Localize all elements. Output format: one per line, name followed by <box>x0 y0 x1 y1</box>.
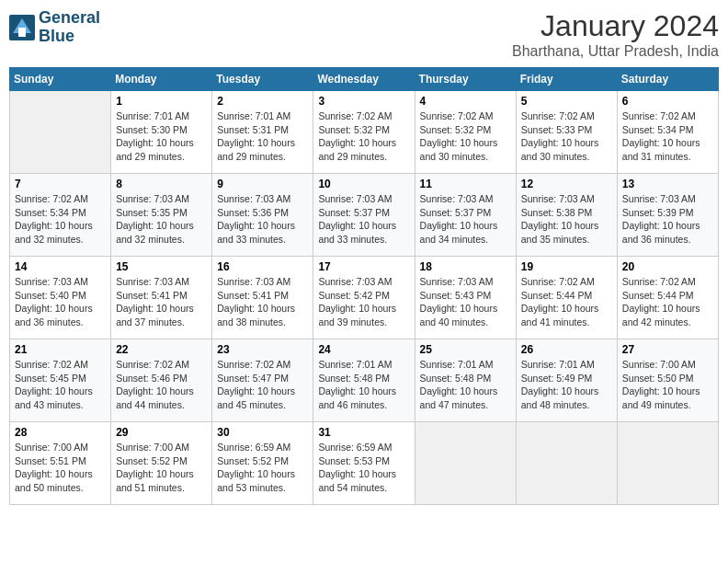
day-number: 28 <box>15 426 106 439</box>
day-info: Sunrise: 7:03 AM Sunset: 5:38 PM Dayligh… <box>521 192 612 247</box>
header-saturday: Saturday <box>617 68 718 91</box>
day-info: Sunrise: 7:03 AM Sunset: 5:42 PM Dayligh… <box>318 275 409 329</box>
day-info: Sunrise: 7:00 AM Sunset: 5:51 PM Dayligh… <box>15 441 106 495</box>
day-info: Sunrise: 7:01 AM Sunset: 5:30 PM Dayligh… <box>116 109 207 164</box>
logo-line2: Blue <box>39 27 74 45</box>
calendar-cell: 15Sunrise: 7:03 AM Sunset: 5:41 PM Dayli… <box>111 257 212 339</box>
day-number: 5 <box>521 95 612 108</box>
day-number: 25 <box>420 343 511 356</box>
day-info: Sunrise: 7:01 AM Sunset: 5:48 PM Dayligh… <box>420 358 511 412</box>
day-info: Sunrise: 7:02 AM Sunset: 5:32 PM Dayligh… <box>318 109 409 164</box>
week-row-2: 14Sunrise: 7:03 AM Sunset: 5:40 PM Dayli… <box>10 257 719 339</box>
day-number: 30 <box>217 426 308 439</box>
day-info: Sunrise: 7:03 AM Sunset: 5:41 PM Dayligh… <box>217 275 308 329</box>
calendar-cell <box>415 422 516 505</box>
calendar-cell: 19Sunrise: 7:02 AM Sunset: 5:44 PM Dayli… <box>516 257 617 339</box>
calendar-cell: 21Sunrise: 7:02 AM Sunset: 5:45 PM Dayli… <box>10 339 111 422</box>
title-block: January 2024 Bharthana, Uttar Pradesh, I… <box>512 9 719 60</box>
calendar-cell: 25Sunrise: 7:01 AM Sunset: 5:48 PM Dayli… <box>415 339 516 422</box>
calendar-cell: 7Sunrise: 7:02 AM Sunset: 5:34 PM Daylig… <box>10 174 111 257</box>
logo-line1: General <box>39 8 100 27</box>
day-info: Sunrise: 7:00 AM Sunset: 5:50 PM Dayligh… <box>622 358 713 412</box>
day-number: 2 <box>217 95 308 108</box>
day-number: 17 <box>318 260 409 273</box>
day-number: 18 <box>420 260 511 273</box>
header-monday: Monday <box>111 68 212 91</box>
day-info: Sunrise: 7:03 AM Sunset: 5:36 PM Dayligh… <box>217 192 308 247</box>
day-number: 7 <box>15 178 106 190</box>
calendar-cell: 2Sunrise: 7:01 AM Sunset: 5:31 PM Daylig… <box>212 91 313 174</box>
day-info: Sunrise: 7:03 AM Sunset: 5:37 PM Dayligh… <box>420 192 511 247</box>
calendar-cell: 4Sunrise: 7:02 AM Sunset: 5:32 PM Daylig… <box>415 91 516 174</box>
day-info: Sunrise: 7:03 AM Sunset: 5:35 PM Dayligh… <box>116 192 207 247</box>
header-wednesday: Wednesday <box>313 68 415 91</box>
logo-icon <box>9 15 35 40</box>
day-info: Sunrise: 7:03 AM Sunset: 5:43 PM Dayligh… <box>420 275 511 329</box>
calendar-cell: 28Sunrise: 7:00 AM Sunset: 5:51 PM Dayli… <box>10 422 111 505</box>
day-info: Sunrise: 7:02 AM Sunset: 5:44 PM Dayligh… <box>521 275 612 329</box>
calendar-cell: 27Sunrise: 7:00 AM Sunset: 5:50 PM Dayli… <box>617 339 718 422</box>
calendar-cell: 14Sunrise: 7:03 AM Sunset: 5:40 PM Dayli… <box>10 257 111 339</box>
day-info: Sunrise: 7:00 AM Sunset: 5:52 PM Dayligh… <box>116 441 207 495</box>
day-info: Sunrise: 7:02 AM Sunset: 5:34 PM Dayligh… <box>622 109 713 164</box>
calendar-cell: 24Sunrise: 7:01 AM Sunset: 5:48 PM Dayli… <box>313 339 415 422</box>
day-info: Sunrise: 7:02 AM Sunset: 5:46 PM Dayligh… <box>116 358 207 412</box>
calendar-cell: 10Sunrise: 7:03 AM Sunset: 5:37 PM Dayli… <box>313 174 415 257</box>
calendar-cell: 6Sunrise: 7:02 AM Sunset: 5:34 PM Daylig… <box>617 91 718 174</box>
calendar-cell: 12Sunrise: 7:03 AM Sunset: 5:38 PM Dayli… <box>516 174 617 257</box>
day-number: 8 <box>116 178 207 190</box>
day-number: 6 <box>622 95 713 108</box>
day-info: Sunrise: 7:01 AM Sunset: 5:31 PM Dayligh… <box>217 109 308 164</box>
day-number: 14 <box>15 260 106 273</box>
day-number: 3 <box>318 95 409 108</box>
day-info: Sunrise: 7:02 AM Sunset: 5:32 PM Dayligh… <box>420 109 511 164</box>
calendar-cell <box>10 91 111 174</box>
calendar-cell: 23Sunrise: 7:02 AM Sunset: 5:47 PM Dayli… <box>212 339 313 422</box>
calendar-cell: 29Sunrise: 7:00 AM Sunset: 5:52 PM Dayli… <box>111 422 212 505</box>
calendar-table: SundayMondayTuesdayWednesdayThursdayFrid… <box>9 67 719 505</box>
calendar-cell: 26Sunrise: 7:01 AM Sunset: 5:49 PM Dayli… <box>516 339 617 422</box>
calendar-cell: 31Sunrise: 6:59 AM Sunset: 5:53 PM Dayli… <box>313 422 415 505</box>
day-number: 4 <box>420 95 511 108</box>
calendar-title: January 2024 <box>512 9 719 43</box>
day-info: Sunrise: 7:01 AM Sunset: 5:48 PM Dayligh… <box>318 358 409 412</box>
day-info: Sunrise: 6:59 AM Sunset: 5:52 PM Dayligh… <box>217 441 308 495</box>
day-number: 11 <box>420 178 511 190</box>
header-thursday: Thursday <box>415 68 516 91</box>
day-number: 22 <box>116 343 207 356</box>
calendar-cell <box>617 422 718 505</box>
day-info: Sunrise: 7:02 AM Sunset: 5:47 PM Dayligh… <box>217 358 308 412</box>
day-info: Sunrise: 7:01 AM Sunset: 5:49 PM Dayligh… <box>521 358 612 412</box>
day-number: 12 <box>521 178 612 190</box>
day-number: 31 <box>318 426 409 439</box>
day-number: 23 <box>217 343 308 356</box>
day-info: Sunrise: 7:03 AM Sunset: 5:40 PM Dayligh… <box>15 275 106 329</box>
calendar-cell: 22Sunrise: 7:02 AM Sunset: 5:46 PM Dayli… <box>111 339 212 422</box>
day-number: 26 <box>521 343 612 356</box>
day-number: 24 <box>318 343 409 356</box>
day-number: 29 <box>116 426 207 439</box>
day-info: Sunrise: 7:02 AM Sunset: 5:33 PM Dayligh… <box>521 109 612 164</box>
header-sunday: Sunday <box>10 68 111 91</box>
week-row-4: 28Sunrise: 7:00 AM Sunset: 5:51 PM Dayli… <box>10 422 719 505</box>
calendar-cell: 13Sunrise: 7:03 AM Sunset: 5:39 PM Dayli… <box>617 174 718 257</box>
day-number: 27 <box>622 343 713 356</box>
day-number: 10 <box>318 178 409 190</box>
logo: General Blue <box>9 9 100 46</box>
day-number: 20 <box>622 260 713 273</box>
calendar-cell: 18Sunrise: 7:03 AM Sunset: 5:43 PM Dayli… <box>415 257 516 339</box>
calendar-cell <box>516 422 617 505</box>
day-number: 9 <box>217 178 308 190</box>
header-friday: Friday <box>516 68 617 91</box>
svg-rect-2 <box>18 28 26 37</box>
calendar-cell: 5Sunrise: 7:02 AM Sunset: 5:33 PM Daylig… <box>516 91 617 174</box>
calendar-cell: 20Sunrise: 7:02 AM Sunset: 5:44 PM Dayli… <box>617 257 718 339</box>
week-row-1: 7Sunrise: 7:02 AM Sunset: 5:34 PM Daylig… <box>10 174 719 257</box>
day-info: Sunrise: 7:03 AM Sunset: 5:41 PM Dayligh… <box>116 275 207 329</box>
day-info: Sunrise: 7:02 AM Sunset: 5:45 PM Dayligh… <box>15 358 106 412</box>
header-tuesday: Tuesday <box>212 68 313 91</box>
calendar-cell: 11Sunrise: 7:03 AM Sunset: 5:37 PM Dayli… <box>415 174 516 257</box>
day-info: Sunrise: 6:59 AM Sunset: 5:53 PM Dayligh… <box>318 441 409 495</box>
day-number: 1 <box>116 95 207 108</box>
week-row-0: 1Sunrise: 7:01 AM Sunset: 5:30 PM Daylig… <box>10 91 719 174</box>
